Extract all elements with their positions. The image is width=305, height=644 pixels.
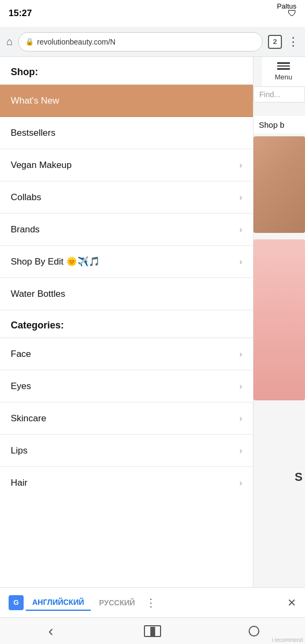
nav-item-vegan-makeup[interactable]: Vegan Makeup › bbox=[0, 149, 253, 181]
nav-label-face: Face bbox=[11, 349, 31, 360]
chevron-icon-shop-by-edit: › bbox=[239, 257, 242, 267]
right-panel: Menu Find... Shop b S bbox=[253, 57, 305, 587]
nav-item-hair[interactable]: Hair › bbox=[0, 467, 253, 499]
tab-count-button[interactable]: 2 bbox=[268, 35, 282, 49]
chevron-icon-brands: › bbox=[239, 225, 242, 235]
nav-item-lips[interactable]: Lips › bbox=[0, 435, 253, 467]
back-button[interactable]: ‹ bbox=[35, 620, 67, 642]
content-area: Shop: What's New Bestsellers Vegan Makeu… bbox=[0, 57, 305, 587]
right-shop-label: Shop b bbox=[253, 116, 305, 134]
nav-label-hair: Hair bbox=[11, 478, 27, 488]
home-nav-button[interactable] bbox=[238, 620, 270, 642]
nav-label-brands: Brands bbox=[11, 224, 40, 235]
chevron-icon-lips: › bbox=[239, 446, 242, 456]
nav-item-skincare[interactable]: Skincare › bbox=[0, 402, 253, 435]
google-translate-icon: G bbox=[9, 595, 24, 610]
chevron-icon-face: › bbox=[239, 349, 242, 359]
nav-label-skincare: Skincare bbox=[11, 413, 46, 424]
bottom-nav: ‹ ▐▌ i recommend bbox=[0, 617, 305, 644]
url-text: revolutionbeauty.com/N bbox=[37, 38, 115, 46]
chevron-icon-collabs: › bbox=[239, 193, 242, 202]
nav-item-bestsellers[interactable]: Bestsellers bbox=[0, 117, 253, 149]
home-button[interactable]: ⌂ bbox=[6, 35, 13, 48]
nav-label-vegan-makeup: Vegan Makeup bbox=[11, 160, 71, 171]
paltus-label: Paltus bbox=[277, 2, 296, 10]
product-image-top bbox=[253, 136, 305, 233]
nav-item-brands[interactable]: Brands › bbox=[0, 214, 253, 246]
watermark: i recommend bbox=[270, 636, 305, 644]
hamburger-icon bbox=[277, 62, 290, 64]
nav-item-whats-new[interactable]: What's New bbox=[0, 85, 253, 117]
nav-label-water-bottles: Water Bottles bbox=[11, 289, 65, 299]
nav-panel: Shop: What's New Bestsellers Vegan Makeu… bbox=[0, 57, 253, 587]
chevron-icon-hair: › bbox=[239, 478, 242, 488]
language-close-button[interactable]: ✕ bbox=[287, 596, 296, 609]
nav-label-bestsellers: Bestsellers bbox=[11, 128, 55, 138]
nav-item-water-bottles[interactable]: Water Bottles bbox=[0, 278, 253, 310]
nav-item-shop-by-edit[interactable]: Shop By Edit 🌞✈️🎵 › bbox=[0, 246, 253, 278]
menu-button[interactable]: Menu bbox=[262, 57, 305, 86]
find-bar: Find... bbox=[253, 86, 305, 103]
categories-header: Categories: bbox=[0, 310, 253, 338]
status-bar: 15:27 🛡 Paltus bbox=[0, 0, 305, 27]
nav-label-whats-new: What's New bbox=[11, 96, 59, 106]
nav-item-collabs[interactable]: Collabs › bbox=[0, 181, 253, 214]
chevron-icon-skincare: › bbox=[239, 414, 242, 423]
chevron-icon-eyes: › bbox=[239, 382, 242, 391]
address-bar[interactable]: 🔒 revolutionbeauty.com/N bbox=[18, 32, 263, 52]
nav-label-collabs: Collabs bbox=[11, 192, 41, 203]
hamburger-icon bbox=[277, 68, 290, 70]
nav-label-eyes: Eyes bbox=[11, 381, 31, 392]
browser-bar: ⌂ 🔒 revolutionbeauty.com/N 2 ⋮ bbox=[0, 27, 305, 57]
nav-item-eyes[interactable]: Eyes › bbox=[0, 370, 253, 402]
nav-label-shop-by-edit: Shop By Edit 🌞✈️🎵 bbox=[11, 256, 100, 267]
product-image-bottom: S bbox=[253, 239, 305, 400]
hamburger-icon bbox=[277, 65, 290, 67]
recents-button[interactable]: ▐▌ bbox=[136, 620, 169, 642]
language-more-button[interactable]: ⋮ bbox=[146, 596, 156, 609]
lang-button-russian[interactable]: РУССКИЙ bbox=[93, 595, 142, 610]
product-label-s: S bbox=[293, 470, 304, 484]
lang-button-english[interactable]: АНГЛИЙСКИЙ bbox=[26, 595, 91, 611]
lock-icon: 🔒 bbox=[25, 38, 34, 46]
nav-item-face[interactable]: Face › bbox=[0, 338, 253, 370]
chevron-icon-vegan-makeup: › bbox=[239, 160, 242, 170]
language-bar: G АНГЛИЙСКИЙ РУССКИЙ ⋮ ✕ bbox=[0, 587, 305, 617]
menu-label: Menu bbox=[275, 73, 293, 81]
nav-label-lips: Lips bbox=[11, 445, 27, 456]
status-time: 15:27 bbox=[9, 8, 32, 19]
shop-header: Shop: bbox=[0, 57, 253, 85]
more-options-button[interactable]: ⋮ bbox=[287, 35, 299, 49]
